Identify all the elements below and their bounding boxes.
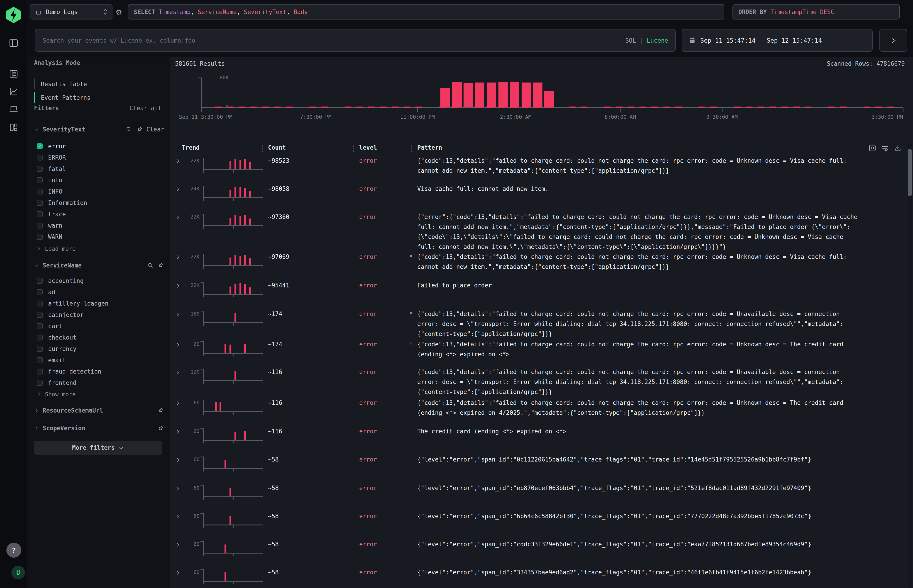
checkbox[interactable] xyxy=(37,211,43,217)
histogram-bar[interactable] xyxy=(510,82,519,107)
pattern-cell[interactable]: {"level":"error","span_id":"eb870ecef063… xyxy=(417,483,907,493)
filter-option[interactable]: currency xyxy=(37,343,164,355)
filter-option[interactable]: cainjector xyxy=(37,309,164,320)
code-view-icon[interactable] xyxy=(869,144,876,152)
panel-left-icon[interactable] xyxy=(9,38,19,48)
run-query-button[interactable] xyxy=(879,29,907,52)
filter-option[interactable]: ad xyxy=(37,286,164,298)
filter-option[interactable]: WARN xyxy=(37,231,164,242)
checkbox[interactable] xyxy=(37,155,43,160)
checkbox[interactable] xyxy=(37,166,43,172)
download-icon[interactable] xyxy=(894,144,902,152)
filter-option[interactable]: ✓error xyxy=(37,141,164,152)
filter-option[interactable]: checkout xyxy=(37,332,164,343)
filter-group-scopeversion[interactable]: ScopeVersion xyxy=(34,423,164,433)
checkbox[interactable] xyxy=(37,234,43,240)
pattern-cell[interactable]: {"code":13,"details":"failed to charge c… xyxy=(417,252,907,272)
source-select[interactable]: Demo Logs xyxy=(30,4,112,19)
pattern-cell[interactable]: {"level":"error","span_id":"334357bae9ed… xyxy=(417,568,907,578)
filter-option[interactable]: warn xyxy=(37,220,164,231)
pattern-cell[interactable]: {"level":"error","span_id":"6b64c6c58842… xyxy=(417,511,907,521)
pattern-cell[interactable]: {"code":13,"details":"failed to charge c… xyxy=(417,398,907,418)
filter-option[interactable]: Information xyxy=(37,197,164,208)
histogram-bar[interactable] xyxy=(440,88,450,107)
checkbox[interactable] xyxy=(37,300,43,307)
pattern-cell[interactable]: {"level":"error","span_id":"0c11220615ba… xyxy=(417,455,907,465)
checkbox[interactable] xyxy=(37,357,43,363)
user-avatar[interactable]: U xyxy=(11,566,25,579)
histogram-bar[interactable] xyxy=(521,82,531,107)
filter-option[interactable]: trace xyxy=(37,208,164,220)
line-chart-icon[interactable] xyxy=(9,87,19,97)
analysis-mode-event-patterns[interactable]: Event Patterns xyxy=(34,90,164,104)
col-trend[interactable]: Trend xyxy=(182,144,199,151)
search-icon[interactable] xyxy=(147,262,154,269)
search-input[interactable] xyxy=(43,37,625,44)
checkbox[interactable] xyxy=(37,200,43,206)
pattern-cell[interactable]: {"error":{"code":13,"details":"failed to… xyxy=(417,212,907,252)
checkbox[interactable] xyxy=(37,289,43,295)
checkbox[interactable] xyxy=(37,346,43,352)
scrollbar-thumb[interactable] xyxy=(908,149,911,196)
table-scrollbar[interactable] xyxy=(908,143,911,588)
pattern-cell[interactable]: {"code":13,"details":"failed to charge c… xyxy=(417,367,907,397)
date-range-picker[interactable]: Sep 11 15:47:14 - Sep 12 15:47:14 xyxy=(682,29,873,52)
pattern-cell[interactable]: {"code":13,"details":"failed to charge c… xyxy=(417,156,907,176)
filter-group-severitytext[interactable]: SeverityText Clear xyxy=(34,124,164,134)
checkbox[interactable] xyxy=(37,312,43,318)
language-toggle[interactable]: SQL | Lucene xyxy=(625,37,668,44)
histogram-bar[interactable] xyxy=(498,82,508,107)
clear-group-link[interactable]: Clear xyxy=(146,126,164,132)
clear-all-filters-link[interactable]: Clear all xyxy=(130,105,162,111)
filter-option[interactable]: accounting xyxy=(37,275,164,286)
checkbox[interactable] xyxy=(37,278,43,284)
load-more-link[interactable]: Load more xyxy=(37,243,76,254)
wrap-text-icon[interactable] xyxy=(881,144,889,152)
filter-option[interactable]: cart xyxy=(37,320,164,332)
pin-icon[interactable] xyxy=(157,407,164,414)
filter-group-servicename[interactable]: ServiceName xyxy=(34,260,164,270)
logs-icon[interactable] xyxy=(9,69,19,79)
more-filters-button[interactable]: More filters xyxy=(34,441,162,455)
pattern-cell[interactable]: {"code":13,"details":"failed to charge c… xyxy=(417,309,907,339)
show-more-link[interactable]: Show more xyxy=(37,389,76,399)
hyperdx-logo-icon[interactable] xyxy=(6,6,21,24)
histogram-bar[interactable] xyxy=(463,83,473,108)
checkbox[interactable] xyxy=(37,189,43,194)
filter-option[interactable]: email xyxy=(37,355,164,366)
filter-group-resourceschemaurl[interactable]: ResourceSchemaUrl xyxy=(34,405,164,415)
checkbox[interactable] xyxy=(37,323,43,329)
pattern-cell[interactable]: Visa cache full: cannot add new item. xyxy=(417,184,907,194)
pattern-cell[interactable]: {"level":"error","span_id":"cddc331329e6… xyxy=(417,540,907,549)
pattern-cell[interactable]: {"code":13,"details":"failed to charge c… xyxy=(417,339,907,360)
sql-select-input[interactable]: SELECT Timestamp, ServiceName, SeverityT… xyxy=(128,4,724,19)
search-icon[interactable] xyxy=(126,126,133,132)
laptop-icon[interactable] xyxy=(9,104,19,114)
filter-option[interactable]: frontend xyxy=(37,377,164,389)
dashboard-icon[interactable] xyxy=(9,123,19,132)
filter-option[interactable]: INFO xyxy=(37,186,164,197)
pin-icon[interactable] xyxy=(136,126,143,132)
lang-lucene-option[interactable]: Lucene xyxy=(647,37,668,44)
filter-option[interactable]: ERROR xyxy=(37,152,164,163)
checkbox[interactable] xyxy=(37,334,43,341)
filter-option[interactable]: artillery-loadgen xyxy=(37,298,164,309)
pin-icon[interactable] xyxy=(157,425,164,431)
histogram-bar[interactable] xyxy=(475,82,485,107)
filter-option[interactable]: fatal xyxy=(37,163,164,174)
pattern-cell[interactable]: Failed to place order xyxy=(417,281,907,291)
checkbox[interactable] xyxy=(37,177,43,183)
filter-option[interactable]: fraud-detection xyxy=(37,366,164,377)
col-count[interactable]: Count xyxy=(268,144,286,151)
checkbox[interactable] xyxy=(37,380,43,386)
analysis-mode-results-table[interactable]: Results Table xyxy=(34,77,164,90)
order-by-input[interactable]: ORDER BY TimestampTime DESC xyxy=(732,4,900,19)
pattern-cell[interactable]: The credit card (ending <*> expired on <… xyxy=(417,426,907,436)
col-level[interactable]: level xyxy=(359,144,377,151)
gear-icon[interactable]: ⚙ xyxy=(113,6,124,18)
pin-icon[interactable] xyxy=(157,262,164,269)
histogram-bar[interactable] xyxy=(533,82,542,107)
histogram-bar[interactable] xyxy=(544,90,554,107)
results-histogram[interactable]: 80K 0 Sep 11 3:30:00 PM7:30:00 PM11:00:0… xyxy=(201,75,903,120)
filter-option[interactable]: info xyxy=(37,174,164,186)
